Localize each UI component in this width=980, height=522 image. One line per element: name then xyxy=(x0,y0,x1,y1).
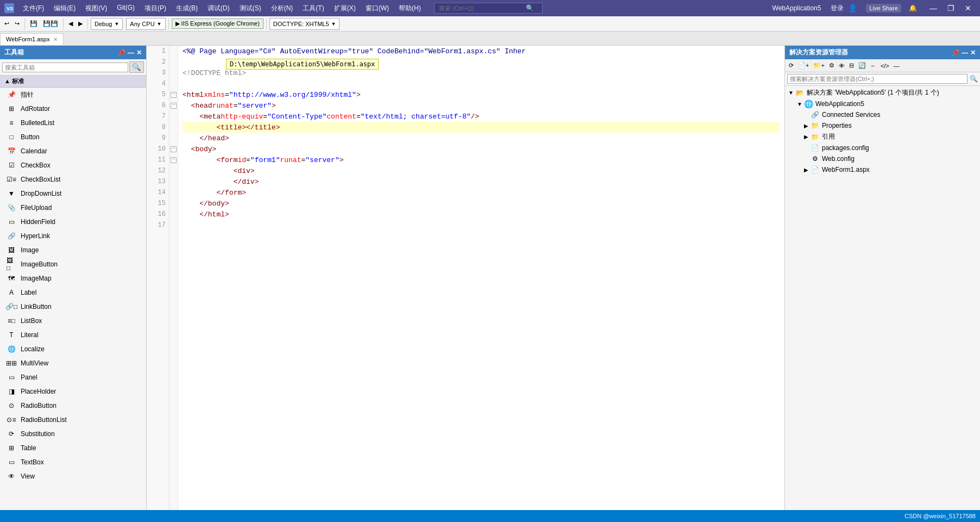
toolbox-item-linkbutton[interactable]: 🔗□LinkButton xyxy=(0,300,146,314)
tree-arrow-webform1[interactable]: ▶ xyxy=(802,167,810,173)
code-area[interactable]: 1234567891011121314151617 −−−− <%@ Page … xyxy=(147,46,784,520)
close-button[interactable]: ✕ xyxy=(960,3,976,14)
tree-arrow-properties[interactable]: ▶ xyxy=(802,123,810,129)
tab-close-button[interactable]: ✕ xyxy=(53,36,58,42)
login-button[interactable]: 登录 xyxy=(831,4,844,13)
fold-marker-10[interactable]: − xyxy=(169,144,178,154)
code-line-16[interactable]: </html> xyxy=(183,209,780,220)
sol-collapse-button[interactable]: ⊟ xyxy=(847,61,856,70)
toolbox-item-image[interactable]: 🖼Image xyxy=(0,243,146,257)
solution-search-input[interactable] xyxy=(787,74,968,84)
toolbox-search-input[interactable] xyxy=(2,63,128,72)
toolbox-search-button[interactable]: 🔍 xyxy=(129,61,144,73)
sol-preview-button[interactable]: 👁 xyxy=(837,61,846,70)
toolbox-pin-button[interactable]: 📌 xyxy=(117,49,125,57)
toolbox-item-localize[interactable]: 🌐Localize xyxy=(0,342,146,356)
fold-marker-5[interactable]: − xyxy=(169,89,178,100)
toolbox-item-imagemap[interactable]: 🗺ImageMap xyxy=(0,271,146,285)
tree-item-webform1[interactable]: ▶📄WebForm1.aspx xyxy=(785,164,980,175)
tree-item-packages[interactable]: 📄packages.config xyxy=(785,142,980,153)
menu-window[interactable]: 窗口(W) xyxy=(361,3,393,14)
code-line-8[interactable]: <title></title> xyxy=(183,122,780,133)
toolbox-close-button[interactable]: ✕ xyxy=(136,49,142,57)
sol-sync-button[interactable]: ⟳ xyxy=(787,61,795,70)
tree-project[interactable]: ▼ 🌐 WebApplication5 xyxy=(785,98,980,109)
toolbox-item-radiobuttonlist[interactable]: ⊙≡RadioButtonList xyxy=(0,413,146,427)
forward-button[interactable]: ▶ xyxy=(76,19,85,28)
save-button[interactable]: 💾 xyxy=(28,19,40,28)
sol-left-arrow-button[interactable]: ← xyxy=(869,61,878,70)
toolbox-item-checkboxlist[interactable]: ☑≡CheckBoxList xyxy=(0,172,146,187)
toolbox-item-calendar[interactable]: 📅Calendar xyxy=(0,144,146,158)
run-button[interactable]: ▶ IIS Express (Google Chrome) xyxy=(172,18,263,29)
toolbox-item-placeholder[interactable]: ◨PlaceHolder xyxy=(0,384,146,399)
tree-item-properties[interactable]: ▶📁Properties xyxy=(785,120,980,131)
menu-extensions[interactable]: 扩展(X) xyxy=(330,3,360,14)
toolbox-item-imagebutton[interactable]: 🖼□ImageButton xyxy=(0,257,146,271)
code-line-10[interactable]: <body> xyxy=(183,144,780,154)
menu-tools[interactable]: 工具(T) xyxy=(298,3,328,14)
toolbox-section-standard[interactable]: ▲ 标准 xyxy=(0,76,146,88)
toolbox-item-panel[interactable]: ▭Panel xyxy=(0,370,146,384)
toolbox-item-literal[interactable]: TLiteral xyxy=(0,328,146,342)
toolbox-item-listbox[interactable]: ≡□ListBox xyxy=(0,314,146,328)
sol-newfile-button[interactable]: 📄+ xyxy=(796,61,811,70)
restore-button[interactable]: ❐ xyxy=(943,3,958,14)
menu-file[interactable]: 文件(F) xyxy=(18,3,48,14)
toolbox-item-hyperlink[interactable]: 🔗HyperLink xyxy=(0,229,146,243)
code-line-9[interactable]: </head> xyxy=(183,133,780,144)
menu-analyze[interactable]: 分析(N) xyxy=(267,3,298,14)
sol-settings-button[interactable]: ⚙ xyxy=(827,61,836,70)
tree-item-connected-services[interactable]: 🔗Connected Services xyxy=(785,109,980,120)
tab-webform1[interactable]: WebForm1.aspx ✕ xyxy=(0,33,64,45)
toolbox-item-label[interactable]: ALabel xyxy=(0,285,146,300)
code-line-4[interactable] xyxy=(183,78,780,89)
menu-project[interactable]: 项目(P) xyxy=(140,3,171,14)
code-line-13[interactable]: </div> xyxy=(183,176,780,187)
toolbox-item-table[interactable]: ⊞Table xyxy=(0,441,146,455)
save-all-button[interactable]: 💾💾 xyxy=(41,19,60,28)
project-expand-arrow[interactable]: ▼ xyxy=(796,101,803,107)
redo-button[interactable]: ↪ xyxy=(12,19,22,28)
sol-refresh-button[interactable]: 🔄 xyxy=(857,61,868,70)
code-line-6[interactable]: <head runat="server"> xyxy=(183,100,780,111)
code-line-12[interactable]: <div> xyxy=(183,165,780,176)
sol-close-button[interactable]: ✕ xyxy=(970,49,976,57)
toolbox-item-hiddenfield[interactable]: ▭HiddenField xyxy=(0,215,146,229)
menu-view[interactable]: 视图(V) xyxy=(81,3,111,14)
code-line-5[interactable]: <html xmlns="http://www.w3.org/1999/xhtm… xyxy=(183,89,780,100)
toolbox-item-radiobutton[interactable]: ⊙RadioButton xyxy=(0,399,146,413)
fold-marker-6[interactable]: − xyxy=(169,100,178,111)
toolbox-item-dropdownlist[interactable]: ▼DropDownList xyxy=(0,187,146,201)
toolbox-item-bulletedlist[interactable]: ≡BulletedList xyxy=(0,116,146,130)
code-line-11[interactable]: <form id="form1" runat="server"> xyxy=(183,154,780,165)
sol-code-button[interactable]: </> xyxy=(879,61,891,70)
toolbox-item-button[interactable]: □Button xyxy=(0,130,146,144)
doctype-dropdown[interactable]: DOCTYPE: XHTML5 ▼ xyxy=(269,18,340,30)
notifications-icon[interactable]: 🔔 xyxy=(909,4,917,12)
menu-build[interactable]: 生成(B) xyxy=(172,3,202,14)
debug-mode-dropdown[interactable]: Debug ▼ xyxy=(91,18,123,30)
menu-test[interactable]: 测试(S) xyxy=(235,3,266,14)
sol-newfolder-button[interactable]: 📁+ xyxy=(812,61,826,70)
live-share-button[interactable]: Live Share xyxy=(866,4,901,13)
menu-help[interactable]: 帮助(H) xyxy=(394,3,425,14)
minimize-button[interactable]: — xyxy=(926,3,941,14)
toolbox-item-fileupload[interactable]: 📎FileUpload xyxy=(0,201,146,215)
undo-button[interactable]: ↩ xyxy=(2,19,11,28)
code-content[interactable]: <%@ Page Language="C#" AutoEventWireup="… xyxy=(178,46,784,520)
sol-minimize-button[interactable]: — xyxy=(962,49,968,57)
back-button[interactable]: ◀ xyxy=(66,19,75,28)
sol-dash-button[interactable]: — xyxy=(892,61,901,70)
tree-solution[interactable]: ▼ 📂 解决方案 'WebApplication5' (1 个项目/共 1 个) xyxy=(785,87,980,98)
code-line-7[interactable]: <meta http-equiv="Content-Type" content=… xyxy=(183,111,780,122)
search-box[interactable]: 🔍 xyxy=(434,3,543,14)
tree-item-references[interactable]: ▶📁引用 xyxy=(785,131,980,142)
toolbox-minimize-button[interactable]: — xyxy=(128,49,134,57)
sol-pin-button[interactable]: 📌 xyxy=(951,49,959,57)
toolbox-item-checkbox[interactable]: ☑CheckBox xyxy=(0,158,146,172)
solution-expand-arrow[interactable]: ▼ xyxy=(787,90,795,96)
user-icon[interactable]: 👤 xyxy=(848,4,857,13)
menu-edit[interactable]: 编辑(E) xyxy=(49,3,80,14)
search-input[interactable] xyxy=(439,5,526,11)
